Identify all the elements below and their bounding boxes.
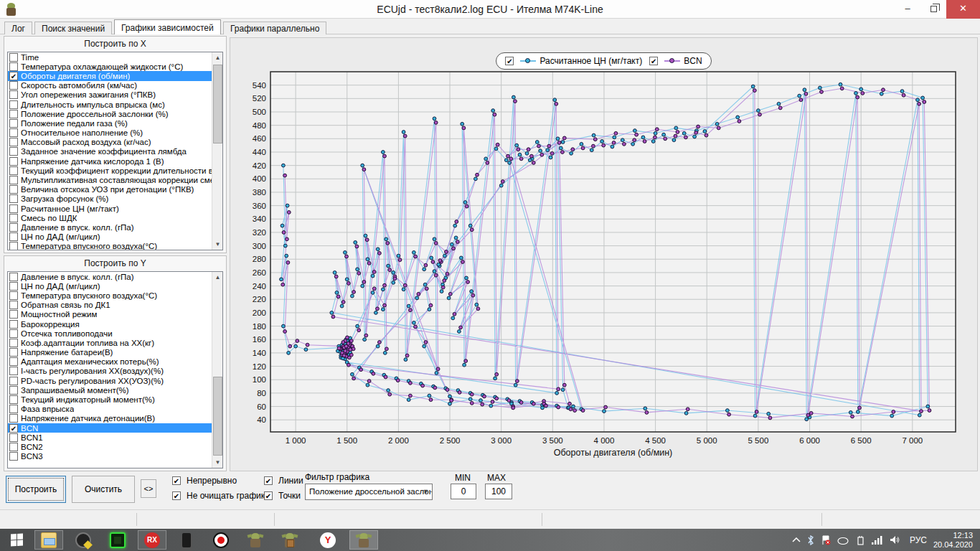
build-button[interactable]: Построить	[6, 476, 66, 503]
checkbox[interactable]	[9, 110, 18, 118]
lines-checkbox[interactable]: ✔Линии	[264, 476, 303, 486]
close-button[interactable]: ✕	[946, 0, 980, 19]
checkbox[interactable]	[9, 223, 18, 232]
tray-show-hidden-icon[interactable]	[792, 537, 801, 543]
restore-button[interactable]	[921, 0, 946, 19]
cloud-icon[interactable]	[837, 536, 849, 545]
checkbox[interactable]	[9, 301, 18, 309]
checkbox[interactable]	[9, 452, 18, 461]
list-item[interactable]: Угол опережения зажигания (°ПКВ)	[8, 90, 222, 100]
list-item[interactable]: Положение педали газа (%)	[8, 118, 222, 128]
checkbox[interactable]	[9, 395, 18, 404]
volume-icon[interactable]	[890, 535, 900, 545]
max-input[interactable]: 100	[485, 484, 512, 499]
list-item[interactable]: Текущий коэффициент коррекции длительнос…	[8, 166, 222, 175]
taskbar-record-icon[interactable]	[207, 530, 235, 550]
list-item[interactable]: Текущий индикаторный момент(%)	[8, 395, 222, 404]
keep-graph-checkbox[interactable]: ✔Не очищать график	[172, 491, 265, 501]
taskbar-yoda1-icon[interactable]	[241, 530, 270, 550]
checkbox[interactable]	[9, 157, 18, 166]
checkbox[interactable]: ✔	[9, 72, 18, 80]
checkbox[interactable]	[9, 433, 18, 442]
x-list-scrollbar[interactable]: ▲ ▼	[212, 52, 222, 250]
tab-3[interactable]: Графики зависимостей	[114, 19, 221, 34]
checkbox[interactable]	[9, 176, 18, 184]
checkbox[interactable]	[9, 367, 18, 375]
chart-plot[interactable]: 4060801001201401601802002202402602803003…	[230, 38, 977, 471]
scroll-up-icon[interactable]: ▲	[212, 52, 223, 63]
tab-2[interactable]: Поиск значений	[34, 22, 112, 34]
list-item[interactable]: I-часть регулирования ХХ(воздух)(%)	[8, 367, 222, 376]
list-item[interactable]: Коэф.адаптации топлива на ХХ(кг)	[8, 338, 222, 347]
checkbox[interactable]	[9, 119, 18, 128]
checkbox[interactable]	[9, 329, 18, 338]
list-item[interactable]: Положение дроссельной заслонки (%)	[8, 109, 222, 118]
flag-status-icon[interactable]	[821, 535, 831, 545]
checkbox[interactable]	[9, 320, 18, 329]
x-scrollbar-thumb[interactable]	[213, 65, 222, 143]
legend-checkbox[interactable]: ✔	[649, 57, 658, 65]
list-item[interactable]: Температура впускного воздуха(°C)	[8, 291, 222, 300]
list-item[interactable]: ✔Обороты двигателя (об/мин)	[8, 71, 222, 80]
checkbox[interactable]	[9, 128, 18, 137]
checkbox[interactable]	[9, 339, 18, 347]
list-item[interactable]: Величина отскока УОЗ при детонации (°ПКВ…	[8, 185, 222, 194]
list-item[interactable]: Адаптация механических потерь(%)	[8, 357, 222, 367]
scroll-up-icon[interactable]: ▲	[212, 272, 223, 283]
list-item[interactable]: Длительность импульса впрыска (мс)	[8, 100, 222, 109]
checkbox[interactable]	[9, 377, 18, 385]
points-checkbox[interactable]: ✔Точки	[264, 491, 301, 501]
checkbox[interactable]	[9, 185, 18, 194]
legend-item[interactable]: ✔Расчитанное ЦН (мг/такт)	[505, 56, 642, 66]
checkbox[interactable]	[9, 348, 18, 357]
taskbar-chip-green-icon[interactable]	[103, 530, 132, 550]
list-item[interactable]: Давление в впуск. колл. (гПа)	[8, 222, 222, 232]
clock[interactable]: 12:13 20.04.2020	[933, 531, 973, 550]
checkbox[interactable]	[9, 53, 18, 62]
list-item[interactable]: Температура впускного воздуха(°C)	[8, 242, 222, 250]
checkbox[interactable]	[9, 310, 18, 319]
checkbox[interactable]	[9, 273, 18, 281]
list-item[interactable]: Массовый расход воздуха (кг/час)	[8, 138, 222, 147]
list-item[interactable]: PD-часть регулирования ХХ(УОЗ)(%)	[8, 376, 222, 385]
scroll-down-icon[interactable]: ▼	[212, 457, 223, 468]
list-item[interactable]: Напряжение датчика кислорода 1 (В)	[8, 156, 222, 166]
list-item[interactable]: BCN1	[8, 433, 222, 442]
checkbox[interactable]	[9, 81, 18, 90]
checkbox[interactable]	[9, 214, 18, 222]
taskbar-yoda2-icon[interactable]	[275, 530, 304, 550]
legend-item[interactable]: ✔BCN	[649, 56, 702, 66]
list-item[interactable]: Time	[8, 52, 222, 62]
y-scrollbar-thumb[interactable]	[213, 377, 222, 456]
scroll-down-icon[interactable]: ▼	[212, 239, 223, 250]
checkbox[interactable]	[9, 282, 18, 291]
list-item[interactable]: BCN2	[8, 442, 222, 451]
language-indicator[interactable]: РУС	[910, 535, 927, 545]
checkbox[interactable]	[9, 232, 18, 241]
minimize-button[interactable]: –	[895, 0, 920, 19]
battery-plug-icon[interactable]	[855, 535, 865, 545]
continuous-checkbox[interactable]: ✔Непрерывно	[172, 476, 237, 486]
taskbar-steering-wheel-icon[interactable]	[69, 530, 98, 550]
list-item[interactable]: Мощностной режим	[8, 310, 222, 319]
checkbox[interactable]	[9, 443, 18, 451]
swap-axes-button[interactable]: <>	[141, 479, 156, 498]
checkbox[interactable]	[9, 62, 18, 71]
list-item[interactable]: ✔BCN	[8, 423, 222, 433]
checkbox[interactable]	[9, 291, 18, 300]
bluetooth-icon[interactable]	[807, 535, 814, 545]
checkbox[interactable]	[9, 357, 18, 366]
list-item[interactable]: Напряжение батареи(В)	[8, 348, 222, 357]
list-item[interactable]: ЦН по ДАД (мг/цикл)	[8, 281, 222, 291]
checkbox[interactable]	[9, 414, 18, 423]
checkbox[interactable]	[9, 90, 18, 99]
taskbar-yandex-icon[interactable]: Y	[314, 530, 342, 550]
checkbox[interactable]	[9, 166, 18, 175]
filter-dropdown[interactable]: Положение дроссельной заслонки▼	[305, 484, 433, 500]
min-input[interactable]: 0	[451, 484, 476, 499]
checkbox[interactable]	[9, 242, 18, 250]
clear-button[interactable]: Очистить	[72, 476, 135, 503]
list-item[interactable]: Отсечка топливоподачи	[8, 329, 222, 338]
checkbox[interactable]	[9, 100, 18, 109]
checkbox[interactable]	[9, 204, 18, 213]
